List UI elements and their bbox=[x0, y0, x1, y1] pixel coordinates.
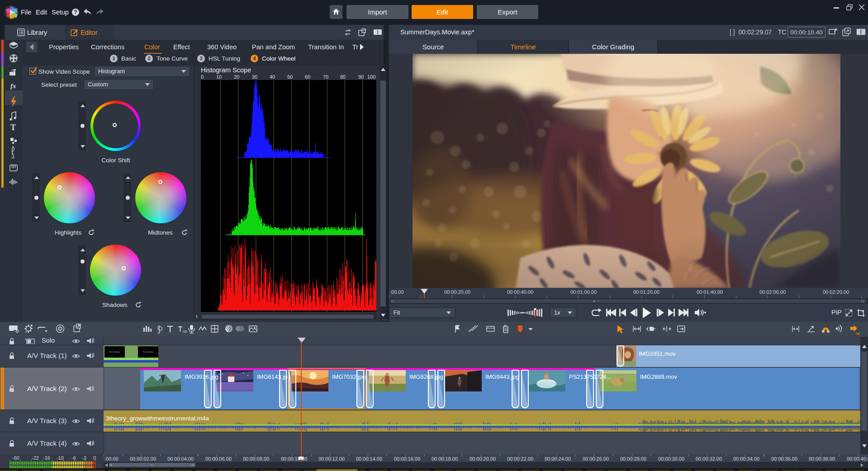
svg-text:?: ? bbox=[74, 9, 77, 15]
svg-text:fx: fx bbox=[10, 82, 16, 89]
svg-text:T: T bbox=[10, 123, 16, 132]
svg-text:3D: 3D bbox=[183, 330, 187, 334]
